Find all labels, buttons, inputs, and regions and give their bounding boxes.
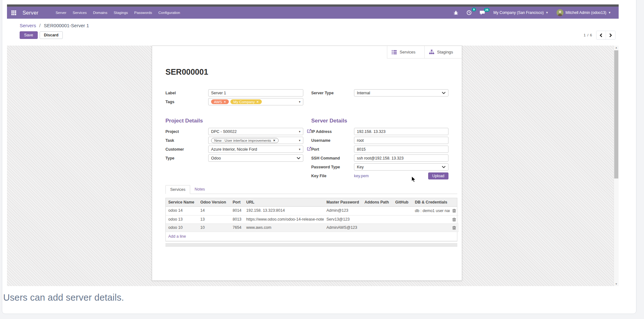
delete-row-button[interactable] [450, 224, 459, 232]
stagings-smart-button[interactable]: Stagings [424, 46, 462, 59]
cell-url[interactable]: https://www.odoo.com/odoo-14-release-not… [244, 216, 324, 224]
cell-odoo-version[interactable]: 10 [198, 224, 230, 232]
vertical-scrollbar[interactable]: ▲ ▼ [614, 46, 619, 286]
cell-github[interactable] [393, 224, 412, 232]
dropdown-caret-icon[interactable]: ▾ [299, 147, 300, 151]
cell-master-password[interactable]: Admin@123 [324, 207, 362, 216]
port-input[interactable] [354, 146, 448, 153]
type-select[interactable]: Odoo [208, 154, 303, 162]
menu-server[interactable]: Server [52, 7, 69, 19]
pager-previous-button[interactable] [596, 31, 606, 39]
delete-row-button[interactable] [450, 216, 459, 224]
cell-service-name[interactable]: odoo 14 [166, 207, 198, 216]
cell-port[interactable]: 8014 [230, 207, 244, 216]
col-master-password[interactable]: Master Password [324, 198, 362, 207]
tag-aws[interactable]: AWS ✕ [211, 99, 229, 104]
col-addons-path[interactable]: Addons Path [362, 198, 393, 207]
ip-input[interactable] [354, 128, 448, 135]
tag-my-company[interactable]: My Company ✕ [230, 99, 261, 104]
menu-configuration[interactable]: Configuration [155, 7, 183, 19]
app-brand[interactable]: Server [23, 10, 38, 16]
notebook-tabs: Services Notes [165, 185, 457, 194]
customer-m2o-input[interactable]: Azure Interior, Nicole Ford ▾ [208, 146, 303, 153]
customer-external-link-icon[interactable] [307, 147, 312, 151]
label-input[interactable] [208, 89, 303, 97]
services-smart-button[interactable]: Services [387, 46, 424, 59]
debug-bug-icon[interactable] [450, 9, 461, 16]
cell-odoo-version[interactable]: 14 [198, 207, 230, 216]
table-row[interactable]: odoo 14 14 8014 192.158. 13.323:8014 Adm… [166, 207, 457, 216]
tag-remove-icon[interactable]: ✕ [224, 100, 226, 103]
col-url[interactable]: URL [244, 198, 324, 207]
dropdown-caret-icon[interactable]: ▾ [299, 100, 300, 103]
company-switcher[interactable]: My Company (San Francisco) ▼ [490, 10, 552, 15]
cell-odoo-version[interactable]: 13 [198, 216, 230, 224]
cell-master-password[interactable]: AdminAWS@123 [324, 224, 362, 232]
cell-github[interactable] [393, 207, 412, 216]
col-odoo-version[interactable]: Odoo Version [198, 198, 230, 207]
project-m2o-input[interactable]: DPC - S00022 ▾ [208, 128, 303, 135]
cell-addons-path[interactable] [362, 207, 393, 216]
cell-db-credentials[interactable] [412, 216, 450, 224]
task-m2o-input[interactable]: New : User interface improvements ✕ ▾ [208, 137, 303, 144]
tags-input[interactable]: AWS ✕ My Company ✕ ▾ [208, 98, 303, 105]
select-chevron-icon [442, 166, 446, 168]
dropdown-caret-icon[interactable]: ▾ [299, 130, 300, 133]
col-service-name[interactable]: Service Name [166, 198, 198, 207]
pager-buttons [596, 31, 615, 40]
cell-db-credentials[interactable]: db : demo1 user name :admin password :ad… [412, 207, 450, 216]
table-row[interactable]: odoo 10 10 7654 www.aws.com AdminAWS@123 [166, 224, 457, 232]
discard-button[interactable]: Discard [40, 31, 63, 39]
top-navbar: Server Server Services Domains Stagings … [7, 7, 619, 19]
server-type-select[interactable]: Internal [354, 89, 448, 97]
breadcrumb-servers-link[interactable]: Servers [20, 23, 36, 28]
cell-service-name[interactable]: odoo 13 [166, 216, 198, 224]
cell-db-credentials[interactable] [412, 224, 450, 232]
menu-domains[interactable]: Domains [90, 7, 110, 19]
pager-next-button[interactable] [606, 31, 615, 39]
cell-master-password[interactable]: Serv13@123 [324, 216, 362, 224]
cell-github[interactable] [393, 216, 412, 224]
activities-clock-icon[interactable]: 9 [463, 9, 475, 16]
port-field-row: Port [311, 146, 448, 153]
breadcrumb: Servers / SER000001-Server 1 [20, 19, 619, 28]
table-row[interactable]: odoo 13 13 8013 https://www.odoo.com/odo… [166, 216, 457, 224]
cell-addons-path[interactable] [362, 224, 393, 232]
username-input[interactable] [354, 137, 448, 144]
tab-notes[interactable]: Notes [190, 185, 209, 194]
tab-services[interactable]: Services [165, 185, 190, 194]
cell-service-name[interactable]: odoo 10 [166, 224, 198, 232]
password-type-select[interactable]: Key [354, 163, 448, 171]
cell-addons-path[interactable] [362, 216, 393, 224]
cell-port[interactable]: 8013 [230, 216, 244, 224]
scroll-up-icon[interactable]: ▲ [614, 46, 619, 49]
menu-passwords[interactable]: Passwords [131, 7, 155, 19]
save-button[interactable]: Save [20, 31, 38, 39]
cell-url[interactable]: www.aws.com [244, 224, 324, 232]
col-port[interactable]: Port [230, 198, 244, 207]
project-external-link-icon[interactable] [307, 129, 312, 134]
col-db-credentials[interactable]: DB & Credentials [412, 198, 450, 207]
upload-button[interactable]: Upload [428, 172, 448, 179]
task-pill[interactable]: New : User interface improvements ✕ [211, 138, 279, 143]
chevron-down-icon: ▼ [608, 11, 611, 14]
scrollbar-thumb[interactable] [614, 50, 618, 178]
project-field-row: Project DPC - S00022 ▾ [165, 128, 303, 135]
user-menu[interactable]: Mitchell Admin (odoo13) ▼ [553, 9, 614, 16]
apps-grid-icon[interactable] [11, 10, 16, 15]
scroll-down-icon[interactable]: ▼ [614, 283, 619, 285]
col-github[interactable]: GitHub [393, 198, 412, 207]
messages-chat-icon[interactable]: 25 [477, 9, 488, 16]
menu-stagings[interactable]: Stagings [111, 7, 131, 19]
tag-remove-icon[interactable]: ✕ [256, 100, 259, 103]
delete-row-button[interactable] [450, 207, 459, 216]
dropdown-caret-icon[interactable]: ▾ [299, 139, 300, 142]
ssh-command-input[interactable] [354, 154, 448, 162]
cell-port[interactable]: 7654 [230, 224, 244, 232]
cell-url[interactable]: 192.158. 13.323:8014 [244, 207, 324, 216]
password-type-field-row: Password Type Key [311, 163, 448, 171]
task-remove-icon[interactable]: ✕ [273, 139, 276, 142]
key-file-link[interactable]: key.pem [354, 174, 369, 178]
menu-services[interactable]: Services [69, 7, 90, 19]
add-a-line-link[interactable]: Add a line [166, 232, 457, 241]
